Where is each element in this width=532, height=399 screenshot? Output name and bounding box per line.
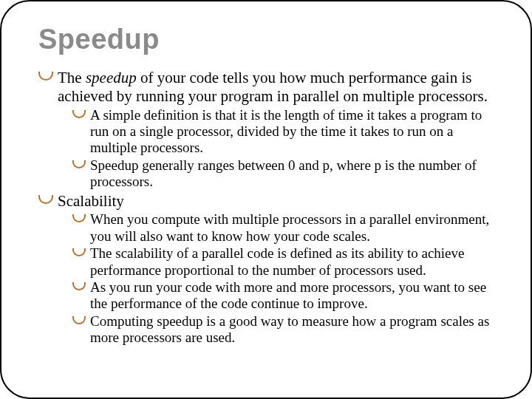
- text-em-speedup: speedup: [86, 69, 137, 86]
- sub-list-speedup: A simple definition is that it is the le…: [58, 107, 494, 191]
- slide-frame: Speedup The speedup of your code tells y…: [0, 0, 532, 399]
- text-scalability: Scalability: [58, 192, 124, 210]
- sub-list-scalability: When you compute with multiple processor…: [58, 211, 494, 346]
- text-pre: The: [58, 69, 86, 86]
- sub-bullet-simple-definition: A simple definition is that it is the le…: [72, 107, 494, 157]
- sub-bullet-more-processors: As you run your code with more and more …: [72, 279, 494, 313]
- bullet-speedup-definition: The speedup of your code tells you how m…: [38, 69, 494, 191]
- bullet-list: The speedup of your code tells you how m…: [38, 69, 494, 347]
- slide-title: Speedup: [38, 24, 494, 55]
- sub-bullet-measure: Computing speedup is a good way to measu…: [72, 313, 494, 347]
- bullet-scalability: Scalability When you compute with multip…: [38, 192, 494, 347]
- sub-bullet-range: Speedup generally ranges between 0 and p…: [72, 157, 494, 191]
- sub-bullet-scalability-def: The scalability of a parallel code is de…: [72, 245, 494, 279]
- sub-bullet-parallel-env: When you compute with multiple processor…: [72, 211, 494, 245]
